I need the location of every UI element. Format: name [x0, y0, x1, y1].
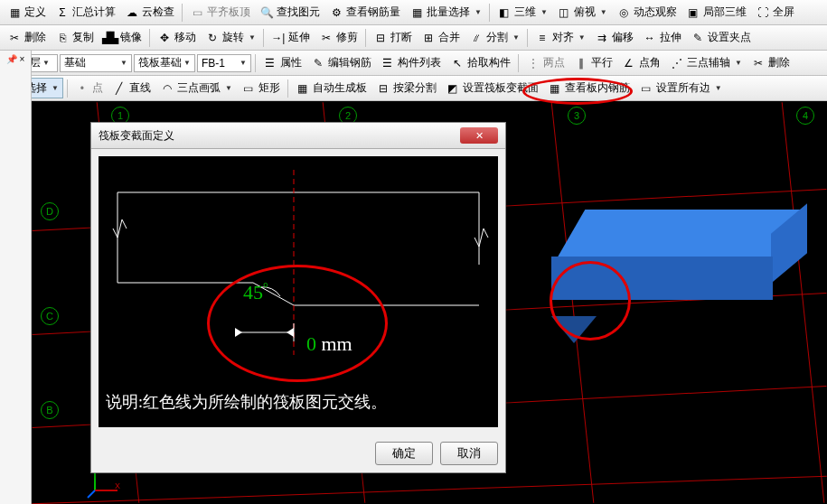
extend-button[interactable]: →|延伸 [268, 28, 314, 47]
sumcalc-button[interactable]: Σ汇总计算 [52, 3, 119, 22]
merge-button[interactable]: ⊞合并 [418, 28, 464, 47]
define-button[interactable]: ▦定义 [4, 3, 50, 22]
chevron-down-icon: ▼ [540, 8, 548, 16]
sigma-icon: Σ [55, 5, 70, 20]
type-combo[interactable]: 筏板基础▼ [134, 54, 195, 72]
separator [527, 29, 528, 47]
mirror-icon: ▟▙ [103, 31, 117, 45]
autoslab-button[interactable]: ▦自动生成板 [292, 79, 371, 98]
cancel-button[interactable]: 取消 [440, 442, 498, 465]
chevron-down-icon: ▼ [183, 59, 191, 67]
dialog-titlebar[interactable]: 筏板变截面定义 ✕ [91, 123, 505, 149]
ptangle-button[interactable]: ∠点角 [618, 53, 664, 72]
search-icon: 🔍 [259, 5, 274, 20]
threeptaux-button[interactable]: ⋰三点辅轴▼ [666, 53, 746, 72]
del-icon: ✂ [751, 56, 766, 70]
pin-icon[interactable]: 📌 × [6, 54, 25, 64]
trim-button[interactable]: ✂修剪 [315, 28, 362, 47]
setsection-button[interactable]: ◩设置筏板变截面 [442, 79, 542, 98]
fullscreen-button[interactable]: ⛶全屏 [752, 3, 798, 22]
flat-icon: ▭ [190, 5, 204, 20]
line-label: 直线 [129, 80, 151, 96]
twopt-button[interactable]: ⋮两点 [522, 53, 569, 72]
prop-button[interactable]: ☰属性 [259, 53, 305, 72]
split-button[interactable]: ⫽分割▼ [465, 28, 523, 47]
rect-button[interactable]: ▭矩形 [238, 79, 284, 98]
cube-icon: ◧ [497, 5, 512, 20]
setalledge-label: 设置所有边 [656, 80, 710, 96]
findelem-button[interactable]: 🔍查找图元 [256, 3, 324, 22]
offset-label: 偏移 [612, 30, 634, 45]
rotate-icon: ↻ [205, 31, 220, 45]
point-button[interactable]: •点 [71, 79, 107, 98]
setclamp-button[interactable]: ✎设置夹点 [687, 28, 755, 47]
editrebar-icon: ✎ [311, 56, 325, 70]
viewslabrebar-label: 查看板内钢筋 [565, 80, 630, 96]
separator [149, 29, 150, 47]
dynview-button[interactable]: ◎动态观察 [613, 3, 681, 22]
angle-icon: ∠ [622, 56, 636, 70]
prop-label: 属性 [280, 55, 302, 70]
pickcomp-button[interactable]: ↖拾取构件 [446, 53, 514, 72]
chevron-down-icon: ▼ [249, 33, 256, 42]
type-value: 筏板基础 [138, 55, 182, 70]
align-button[interactable]: ≡对齐▼ [531, 28, 589, 47]
delete-button[interactable]: ✂删除 [4, 28, 50, 47]
define-icon: ▦ [7, 5, 22, 20]
align-label: 对齐 [552, 30, 574, 45]
ok-button[interactable]: 确定 [375, 442, 433, 465]
copy-button[interactable]: ⎘复制 [52, 28, 98, 47]
viewrebar-button[interactable]: ⚙查看钢筋量 [325, 3, 404, 22]
stretch-button[interactable]: ↔拉伸 [639, 28, 685, 47]
offset-button[interactable]: ⇉偏移 [591, 28, 637, 47]
batchsel-button[interactable]: ▦批量选择▼ [406, 3, 485, 22]
separator [287, 79, 288, 98]
dynview-label: 动态观察 [634, 5, 677, 20]
move-button[interactable]: ✥移动 [154, 28, 200, 47]
face-front [551, 257, 773, 300]
separator [489, 4, 490, 22]
grid-label-row: B [41, 401, 59, 419]
close-icon: ✕ [475, 130, 484, 142]
editrebar-button[interactable]: ✎编辑钢筋 [307, 53, 375, 72]
line-button[interactable]: ╱直线 [108, 79, 155, 98]
separator [263, 29, 264, 47]
raft-slab-3d[interactable] [551, 210, 804, 318]
beamsplit-button[interactable]: ⊟按梁分割 [372, 79, 440, 98]
name-combo[interactable]: FB-1▼ [197, 54, 251, 72]
arc-icon: ◠ [160, 81, 174, 96]
section-canvas[interactable]: 45° 0 mm 说明:红色线为所绘制的筏板图元交线。 [99, 156, 498, 427]
chevron-down-icon: ▼ [715, 84, 722, 92]
chevron-down-icon: ▼ [42, 59, 50, 67]
parallel-button[interactable]: ∥平行 [570, 53, 616, 72]
chevron-down-icon: ▼ [578, 33, 586, 42]
section-icon: ◩ [446, 81, 460, 96]
threed-button[interactable]: ◧三维▼ [493, 3, 551, 22]
setalledge-button[interactable]: ▭设置所有边▼ [635, 79, 726, 98]
grid-line [32, 476, 826, 504]
rotate-button[interactable]: ↻旋转▼ [202, 28, 259, 47]
chevron-down-icon: ▼ [475, 8, 482, 16]
dialog-title-text: 筏板变截面定义 [99, 128, 174, 144]
persp-button[interactable]: ◫俯视▼ [553, 3, 611, 22]
flattop-button[interactable]: ▭平齐板顶 [186, 3, 254, 22]
stretch-icon: ↔ [643, 31, 657, 45]
sumcalc-label: 汇总计算 [72, 5, 116, 20]
viewslabrebar-button[interactable]: ▦查看板内钢筋 [544, 79, 634, 98]
complist-label: 构件列表 [398, 55, 441, 70]
close-button[interactable]: ✕ [460, 127, 498, 144]
toolbar-component: 基础层▼ 基础▼ 筏板基础▼ FB-1▼ ☰属性 ✎编辑钢筋 ☰构件列表 ↖拾取… [0, 51, 827, 76]
face-top [554, 210, 803, 264]
mirror-button[interactable]: ▟▙镜像 [99, 28, 146, 47]
complist-button[interactable]: ☰构件列表 [377, 53, 445, 72]
break-button[interactable]: ⊟打断 [370, 28, 416, 47]
category-combo[interactable]: 基础▼ [60, 54, 132, 72]
local3d-button[interactable]: ▣局部三维 [682, 3, 750, 22]
arc3pt-button[interactable]: ◠三点画弧▼ [156, 79, 236, 98]
cloudcheck-button[interactable]: ☁云检查 [121, 3, 178, 22]
slab-notch [551, 316, 597, 343]
name-value: FB-1 [202, 57, 225, 70]
split-label: 分割 [486, 30, 508, 45]
delaux-button[interactable]: ✂删除 [747, 53, 794, 72]
break-label: 打断 [390, 30, 412, 45]
